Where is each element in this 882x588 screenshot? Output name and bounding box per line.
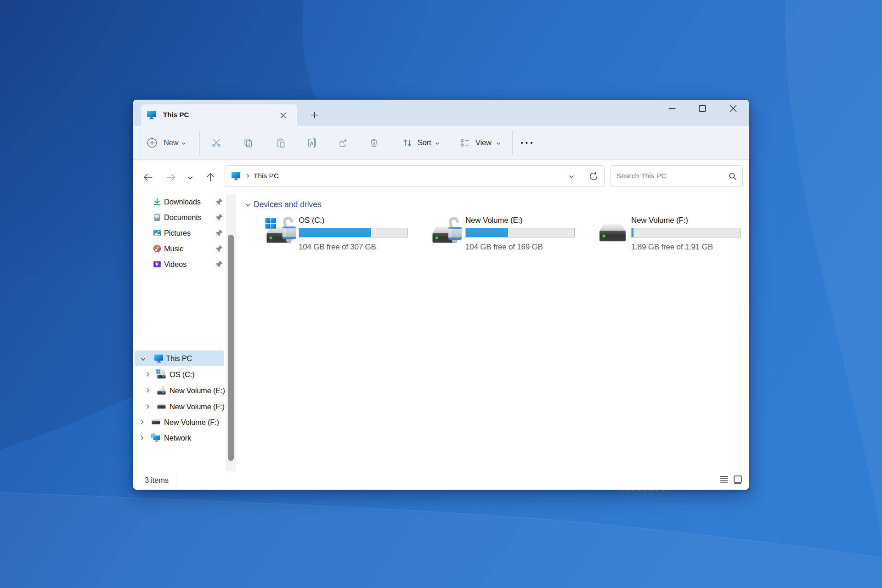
svg-text:A: A xyxy=(310,141,313,146)
